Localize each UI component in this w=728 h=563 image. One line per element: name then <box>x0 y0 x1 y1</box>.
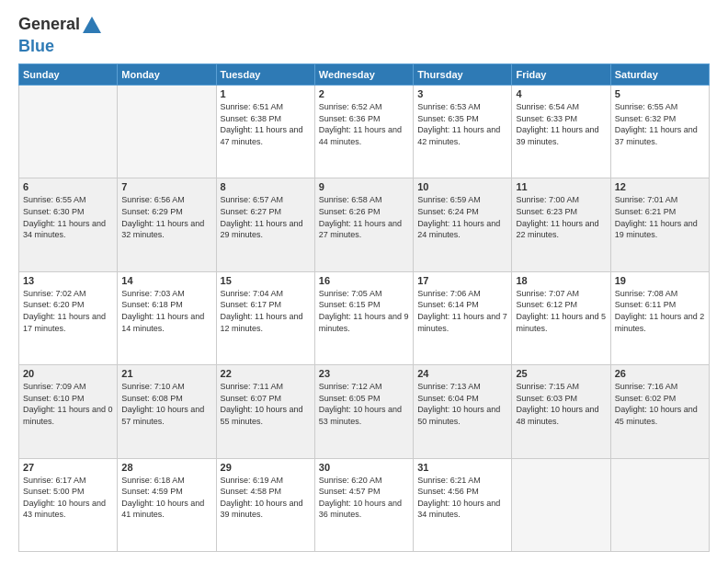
calendar-week-row: 27Sunrise: 6:17 AM Sunset: 5:00 PM Dayli… <box>19 458 710 551</box>
day-info: Sunrise: 7:10 AM Sunset: 6:08 PM Dayligh… <box>121 381 211 427</box>
calendar-cell: 13Sunrise: 7:02 AM Sunset: 6:20 PM Dayli… <box>19 271 118 364</box>
day-number: 24 <box>417 368 507 379</box>
day-info: Sunrise: 6:59 AM Sunset: 6:24 PM Dayligh… <box>417 194 507 240</box>
logo: General Blue <box>18 15 104 56</box>
day-info: Sunrise: 7:16 AM Sunset: 6:02 PM Dayligh… <box>615 381 705 427</box>
weekday-header-row: SundayMondayTuesdayWednesdayThursdayFrid… <box>19 64 710 86</box>
calendar-cell: 2Sunrise: 6:52 AM Sunset: 6:36 PM Daylig… <box>314 86 413 178</box>
calendar-cell: 19Sunrise: 7:08 AM Sunset: 6:11 PM Dayli… <box>610 271 709 364</box>
calendar-cell: 17Sunrise: 7:06 AM Sunset: 6:14 PM Dayli… <box>414 271 512 364</box>
day-info: Sunrise: 7:00 AM Sunset: 6:23 PM Dayligh… <box>516 194 606 240</box>
day-number: 16 <box>319 275 409 286</box>
calendar-week-row: 6Sunrise: 6:55 AM Sunset: 6:30 PM Daylig… <box>19 178 710 271</box>
day-info: Sunrise: 7:07 AM Sunset: 6:12 PM Dayligh… <box>516 288 606 334</box>
day-number: 29 <box>221 462 311 473</box>
calendar-cell: 4Sunrise: 6:54 AM Sunset: 6:33 PM Daylig… <box>512 86 610 178</box>
calendar-cell: 30Sunrise: 6:20 AM Sunset: 4:57 PM Dayli… <box>314 458 413 551</box>
day-info: Sunrise: 6:55 AM Sunset: 6:32 PM Dayligh… <box>615 101 705 147</box>
day-number: 4 <box>516 88 606 99</box>
day-number: 19 <box>615 275 705 286</box>
day-info: Sunrise: 7:09 AM Sunset: 6:10 PM Dayligh… <box>23 381 113 427</box>
svg-marker-0 <box>83 17 101 33</box>
day-number: 2 <box>319 88 409 99</box>
calendar-cell: 8Sunrise: 6:57 AM Sunset: 6:27 PM Daylig… <box>216 178 314 271</box>
weekday-header-sunday: Sunday <box>19 64 118 86</box>
day-number: 15 <box>221 275 311 286</box>
weekday-header-tuesday: Tuesday <box>216 64 314 86</box>
calendar-cell: 12Sunrise: 7:01 AM Sunset: 6:21 PM Dayli… <box>610 178 709 271</box>
calendar-cell: 7Sunrise: 6:56 AM Sunset: 6:29 PM Daylig… <box>118 178 216 271</box>
calendar-cell: 31Sunrise: 6:21 AM Sunset: 4:56 PM Dayli… <box>414 458 512 551</box>
calendar-cell <box>512 458 610 551</box>
logo-blue: Blue <box>18 37 54 55</box>
day-info: Sunrise: 7:02 AM Sunset: 6:20 PM Dayligh… <box>23 288 113 334</box>
day-number: 30 <box>319 462 409 473</box>
calendar-cell: 1Sunrise: 6:51 AM Sunset: 6:38 PM Daylig… <box>216 86 314 178</box>
calendar-cell: 24Sunrise: 7:13 AM Sunset: 6:04 PM Dayli… <box>414 365 512 458</box>
day-info: Sunrise: 6:57 AM Sunset: 6:27 PM Dayligh… <box>221 194 311 240</box>
day-number: 18 <box>516 275 606 286</box>
day-info: Sunrise: 7:13 AM Sunset: 6:04 PM Dayligh… <box>417 381 507 427</box>
day-number: 10 <box>417 181 507 192</box>
day-info: Sunrise: 6:51 AM Sunset: 6:38 PM Dayligh… <box>221 101 311 147</box>
day-number: 20 <box>23 368 113 379</box>
day-number: 12 <box>615 181 705 192</box>
day-number: 13 <box>23 275 113 286</box>
calendar-cell: 27Sunrise: 6:17 AM Sunset: 5:00 PM Dayli… <box>19 458 118 551</box>
day-info: Sunrise: 6:18 AM Sunset: 4:59 PM Dayligh… <box>121 475 211 521</box>
day-number: 23 <box>319 368 409 379</box>
day-number: 27 <box>23 462 113 473</box>
calendar-cell: 16Sunrise: 7:05 AM Sunset: 6:15 PM Dayli… <box>314 271 413 364</box>
day-info: Sunrise: 6:55 AM Sunset: 6:30 PM Dayligh… <box>23 194 113 240</box>
day-info: Sunrise: 7:11 AM Sunset: 6:07 PM Dayligh… <box>221 381 311 427</box>
day-info: Sunrise: 6:58 AM Sunset: 6:26 PM Dayligh… <box>319 194 409 240</box>
logo-icon <box>81 15 103 37</box>
calendar-cell: 6Sunrise: 6:55 AM Sunset: 6:30 PM Daylig… <box>19 178 118 271</box>
calendar-cell <box>118 86 216 178</box>
day-info: Sunrise: 7:08 AM Sunset: 6:11 PM Dayligh… <box>615 288 705 334</box>
calendar-cell: 18Sunrise: 7:07 AM Sunset: 6:12 PM Dayli… <box>512 271 610 364</box>
day-info: Sunrise: 7:05 AM Sunset: 6:15 PM Dayligh… <box>319 288 409 334</box>
calendar-cell: 22Sunrise: 7:11 AM Sunset: 6:07 PM Dayli… <box>216 365 314 458</box>
weekday-header-saturday: Saturday <box>610 64 709 86</box>
calendar-cell: 29Sunrise: 6:19 AM Sunset: 4:58 PM Dayli… <box>216 458 314 551</box>
calendar-cell: 21Sunrise: 7:10 AM Sunset: 6:08 PM Dayli… <box>118 365 216 458</box>
day-info: Sunrise: 6:56 AM Sunset: 6:29 PM Dayligh… <box>121 194 211 240</box>
day-info: Sunrise: 6:54 AM Sunset: 6:33 PM Dayligh… <box>516 101 606 147</box>
calendar-cell <box>610 458 709 551</box>
day-number: 1 <box>221 88 311 99</box>
day-number: 9 <box>319 181 409 192</box>
weekday-header-thursday: Thursday <box>414 64 512 86</box>
calendar-cell: 23Sunrise: 7:12 AM Sunset: 6:05 PM Dayli… <box>314 365 413 458</box>
calendar-cell: 10Sunrise: 6:59 AM Sunset: 6:24 PM Dayli… <box>414 178 512 271</box>
day-number: 21 <box>121 368 211 379</box>
day-info: Sunrise: 6:52 AM Sunset: 6:36 PM Dayligh… <box>319 101 409 147</box>
weekday-header-monday: Monday <box>118 64 216 86</box>
calendar-table: SundayMondayTuesdayWednesdayThursdayFrid… <box>18 63 710 552</box>
weekday-header-friday: Friday <box>512 64 610 86</box>
logo-general: General <box>18 15 80 33</box>
calendar-week-row: 20Sunrise: 7:09 AM Sunset: 6:10 PM Dayli… <box>19 365 710 458</box>
calendar-cell: 5Sunrise: 6:55 AM Sunset: 6:32 PM Daylig… <box>610 86 709 178</box>
day-info: Sunrise: 6:17 AM Sunset: 5:00 PM Dayligh… <box>23 475 113 521</box>
day-info: Sunrise: 6:21 AM Sunset: 4:56 PM Dayligh… <box>417 475 507 521</box>
page-header: General Blue <box>18 15 710 56</box>
day-number: 25 <box>516 368 606 379</box>
day-number: 8 <box>221 181 311 192</box>
calendar-cell <box>19 86 118 178</box>
calendar-cell: 20Sunrise: 7:09 AM Sunset: 6:10 PM Dayli… <box>19 365 118 458</box>
day-info: Sunrise: 7:06 AM Sunset: 6:14 PM Dayligh… <box>417 288 507 334</box>
day-info: Sunrise: 6:19 AM Sunset: 4:58 PM Dayligh… <box>221 475 311 521</box>
calendar-cell: 9Sunrise: 6:58 AM Sunset: 6:26 PM Daylig… <box>314 178 413 271</box>
day-number: 28 <box>121 462 211 473</box>
day-info: Sunrise: 6:53 AM Sunset: 6:35 PM Dayligh… <box>417 101 507 147</box>
day-number: 22 <box>221 368 311 379</box>
day-info: Sunrise: 7:12 AM Sunset: 6:05 PM Dayligh… <box>319 381 409 427</box>
day-number: 7 <box>121 181 211 192</box>
day-number: 3 <box>417 88 507 99</box>
day-info: Sunrise: 7:01 AM Sunset: 6:21 PM Dayligh… <box>615 194 705 240</box>
calendar-cell: 15Sunrise: 7:04 AM Sunset: 6:17 PM Dayli… <box>216 271 314 364</box>
calendar-cell: 11Sunrise: 7:00 AM Sunset: 6:23 PM Dayli… <box>512 178 610 271</box>
calendar-cell: 28Sunrise: 6:18 AM Sunset: 4:59 PM Dayli… <box>118 458 216 551</box>
calendar-cell: 14Sunrise: 7:03 AM Sunset: 6:18 PM Dayli… <box>118 271 216 364</box>
